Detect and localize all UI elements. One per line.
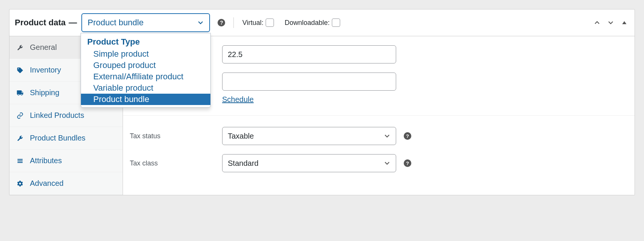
tax-class-select[interactable]: Standard [222, 154, 396, 172]
downloadable-label: Downloadable: [285, 19, 330, 27]
svg-rect-3 [17, 162, 23, 163]
panel-title: Product data [15, 18, 65, 28]
virtual-checkbox[interactable] [266, 19, 274, 27]
sidebar-item-label: Inventory [30, 66, 61, 74]
sidebar-item-label: General [30, 43, 57, 52]
help-icon[interactable]: ? [404, 159, 411, 167]
dropdown-group-label: Product Type [81, 36, 210, 48]
product-data-panel: Product data — Product bundle Product Ty… [9, 9, 635, 195]
svg-rect-1 [17, 159, 23, 159]
wrench-icon [16, 134, 24, 142]
product-type-select-box[interactable]: Product bundle [81, 13, 210, 32]
move-up-icon[interactable] [592, 18, 602, 28]
wrench-icon [16, 44, 24, 51]
option-variable-product[interactable]: Variable product [81, 82, 210, 94]
product-type-select[interactable]: Product bundle Product Type Simple produ… [81, 13, 210, 32]
help-icon[interactable]: ? [404, 132, 411, 140]
sidebar-item-label: Attributes [30, 156, 62, 165]
tax-class-row: Tax class Standard ? [123, 150, 635, 177]
link-icon [16, 112, 24, 119]
option-grouped-product[interactable]: Grouped product [81, 60, 210, 71]
downloadable-checkbox[interactable] [332, 19, 340, 27]
move-down-icon[interactable] [606, 18, 616, 28]
help-icon[interactable]: ? [218, 19, 225, 26]
horizontal-divider [123, 115, 635, 116]
chevron-down-icon [384, 133, 390, 139]
sale-price-input[interactable] [222, 73, 396, 91]
svg-rect-2 [17, 160, 23, 161]
option-simple-product[interactable]: Simple product [81, 48, 210, 60]
panel-header: Product data — Product bundle Product Ty… [9, 9, 635, 36]
tax-status-label: Tax status [130, 132, 222, 140]
sidebar-item-label: Advanced [30, 179, 64, 188]
tax-status-select[interactable]: Taxable [222, 127, 396, 145]
virtual-label: Virtual: [242, 19, 263, 27]
schedule-link[interactable]: Schedule [222, 95, 254, 104]
title-dash: — [68, 18, 77, 28]
tag-icon [16, 66, 24, 74]
panel-toggle-controls [592, 18, 629, 28]
regular-price-input[interactable] [222, 45, 396, 63]
sidebar-item-advanced[interactable]: Advanced [9, 172, 123, 195]
tax-status-value: Taxable [228, 132, 254, 141]
sidebar-item-label: Linked Products [30, 111, 84, 120]
collapse-icon[interactable] [619, 18, 629, 28]
vertical-divider [233, 17, 234, 28]
sidebar-item-label: Product Bundles [30, 134, 86, 142]
chevron-down-icon [197, 19, 204, 26]
option-product-bundle[interactable]: Product bundle [81, 94, 210, 105]
svg-marker-0 [622, 21, 626, 24]
gear-icon [16, 180, 24, 187]
truck-icon [16, 89, 24, 97]
product-type-selected-label: Product bundle [87, 18, 143, 28]
sidebar-item-attributes[interactable]: Attributes [9, 150, 123, 172]
sidebar-item-linked-products[interactable]: Linked Products [9, 104, 123, 127]
product-type-dropdown: Product Type Simple product Grouped prod… [81, 33, 211, 108]
sidebar-item-product-bundles[interactable]: Product Bundles [9, 127, 123, 150]
list-icon [16, 157, 24, 165]
tax-class-value: Standard [228, 159, 258, 168]
option-external-affiliate[interactable]: External/Affiliate product [81, 71, 210, 82]
chevron-down-icon [384, 160, 390, 167]
sidebar-item-label: Shipping [30, 88, 59, 97]
tax-status-row: Tax status Taxable ? [123, 122, 635, 150]
tax-class-label: Tax class [130, 159, 222, 167]
